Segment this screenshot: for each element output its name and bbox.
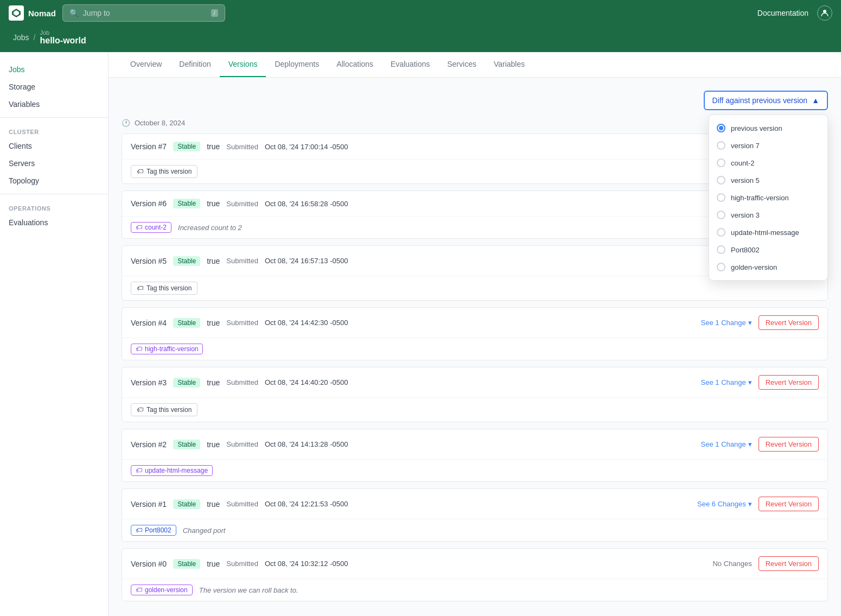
submitted-label-2: Submitted	[226, 440, 258, 448]
sidebar-topology-label: Topology	[9, 176, 39, 185]
diff-option-previous[interactable]: previous version	[709, 119, 827, 137]
stable-badge-6: Stable	[173, 199, 200, 208]
tag-button-5[interactable]: 🏷 Tag this version	[131, 282, 197, 295]
tag-port8002: 🏷 Port8002	[131, 525, 176, 536]
tag-row-3: 🏷 Tag this version	[122, 397, 827, 422]
search-icon: 🔍	[69, 9, 79, 17]
submitted-date-2: Oct 08, '24 14:13:28 -0500	[265, 440, 348, 448]
revert-button-3[interactable]: Revert Version	[759, 375, 819, 390]
diff-option-version5[interactable]: version 5	[709, 172, 827, 189]
tag-label-6: count-2	[145, 224, 167, 231]
submitted-label-1: Submitted	[226, 500, 258, 508]
radio-golden	[717, 263, 725, 271]
tab-overview[interactable]: Overview	[122, 52, 170, 77]
diff-option-version7-label: version 7	[731, 142, 760, 150]
revert-button-2[interactable]: Revert Version	[759, 437, 819, 452]
diff-option-version7[interactable]: version 7	[709, 137, 827, 154]
true-badge-1: true	[207, 500, 220, 509]
sidebar-item-jobs[interactable]: Jobs	[0, 61, 108, 78]
see-changes-3[interactable]: See 1 Change ▾	[701, 378, 752, 386]
nomad-logo[interactable]: Nomad	[9, 5, 56, 21]
version-actions-4: See 1 Change ▾ Revert Version	[701, 315, 819, 330]
docs-link[interactable]: Documentation	[757, 9, 808, 17]
true-badge-0: true	[207, 560, 220, 568]
version-number-5: Version #5	[131, 257, 167, 265]
version-actions-3: See 1 Change ▾ Revert Version	[701, 375, 819, 390]
date-label: October 8, 2024	[135, 119, 185, 127]
stable-badge-4: Stable	[173, 318, 200, 328]
diff-dropdown-panel: previous version version 7 count-2 versi…	[709, 115, 828, 281]
see-changes-1[interactable]: See 6 Changes ▾	[697, 500, 752, 508]
see-changes-label-1: See 6 Changes	[697, 500, 746, 508]
sidebar: Jobs Storage Variables CLUSTER Clients S…	[0, 52, 109, 616]
search-bar[interactable]: 🔍 Jump to /	[62, 4, 225, 22]
tab-services[interactable]: Services	[438, 52, 485, 77]
tab-versions[interactable]: Versions	[220, 52, 266, 77]
diff-dropdown-chevron: ▲	[812, 96, 819, 105]
revert-button-0[interactable]: Revert Version	[759, 556, 819, 571]
revert-button-1[interactable]: Revert Version	[759, 497, 819, 511]
diff-option-update-html[interactable]: update-html-message	[709, 224, 827, 241]
diff-option-version5-label: version 5	[731, 176, 760, 185]
version-card-3: Version #3 Stable true Submitted Oct 08,…	[122, 367, 828, 422]
see-changes-2[interactable]: See 1 Change ▾	[701, 440, 752, 448]
diff-dropdown-button[interactable]: Diff against previous version ▲	[704, 91, 828, 110]
stable-badge-1: Stable	[173, 499, 200, 509]
sidebar-evaluations-label: Evaluations	[9, 218, 48, 227]
sidebar-item-topology[interactable]: Topology	[0, 172, 108, 189]
tag-button-3[interactable]: 🏷 Tag this version	[131, 403, 197, 416]
clock-icon: 🕐	[122, 119, 130, 127]
diff-option-high-traffic[interactable]: high-traffic-version	[709, 189, 827, 206]
radio-count2	[717, 158, 725, 167]
diff-option-port8002[interactable]: Port8002	[709, 241, 827, 258]
sidebar-item-variables[interactable]: Variables	[0, 96, 108, 113]
search-shortcut: /	[211, 9, 218, 17]
version-number-6: Version #6	[131, 199, 167, 208]
revert-button-4[interactable]: Revert Version	[759, 315, 819, 330]
tab-variables[interactable]: Variables	[485, 52, 533, 77]
tag-label-0: golden-version	[145, 586, 188, 594]
tag-icon-7: 🏷	[137, 168, 143, 175]
tab-evaluations[interactable]: Evaluations	[382, 52, 438, 77]
operations-section-label: OPERATIONS	[0, 199, 108, 214]
tab-allocations[interactable]: Allocations	[328, 52, 382, 77]
version-number-1: Version #1	[131, 500, 167, 509]
submitted-date-3: Oct 08, '24 14:40:20 -0500	[265, 378, 348, 386]
version-number-7: Version #7	[131, 142, 167, 151]
diff-option-golden[interactable]: golden-version	[709, 258, 827, 276]
version-actions-0: No Changes Revert Version	[712, 556, 819, 571]
diff-option-golden-label: golden-version	[731, 263, 777, 271]
tag-icon-2: 🏷	[136, 467, 142, 474]
tag-icon-3: 🏷	[137, 406, 143, 414]
radio-high-traffic	[717, 193, 725, 202]
tab-deployments[interactable]: Deployments	[266, 52, 328, 77]
sidebar-storage-label: Storage	[9, 82, 35, 91]
radio-previous	[717, 124, 725, 132]
logo-icon	[9, 5, 24, 21]
tag-label-1: Port8002	[145, 526, 171, 534]
jobs-breadcrumb-link[interactable]: Jobs	[13, 33, 29, 42]
sidebar-item-storage[interactable]: Storage	[0, 78, 108, 96]
see-changes-4[interactable]: See 1 Change ▾	[701, 319, 752, 327]
see-changes-label-2: See 1 Change	[701, 440, 746, 448]
sidebar-item-servers[interactable]: Servers	[0, 155, 108, 172]
tag-row-1: 🏷 Port8002 Changed port	[122, 519, 827, 541]
job-name-label: hello-world	[40, 36, 86, 46]
tag-label-2: update-html-message	[145, 467, 208, 474]
sidebar-item-clients[interactable]: Clients	[0, 137, 108, 155]
diff-option-version3[interactable]: version 3	[709, 206, 827, 224]
radio-port8002	[717, 245, 725, 254]
sidebar-variables-label: Variables	[9, 100, 40, 109]
version-row-3: Version #3 Stable true Submitted Oct 08,…	[122, 367, 827, 397]
user-icon[interactable]	[817, 5, 832, 21]
stable-badge-3: Stable	[173, 378, 200, 388]
sidebar-item-evaluations[interactable]: Evaluations	[0, 214, 108, 231]
tag-golden: 🏷 golden-version	[131, 585, 193, 595]
radio-version5	[717, 176, 725, 185]
version-number-4: Version #4	[131, 319, 167, 327]
tag-button-7[interactable]: 🏷 Tag this version	[131, 165, 197, 178]
tab-definition[interactable]: Definition	[170, 52, 219, 77]
true-badge-5: true	[207, 257, 220, 265]
version-number-3: Version #3	[131, 378, 167, 387]
diff-option-count2[interactable]: count-2	[709, 154, 827, 172]
